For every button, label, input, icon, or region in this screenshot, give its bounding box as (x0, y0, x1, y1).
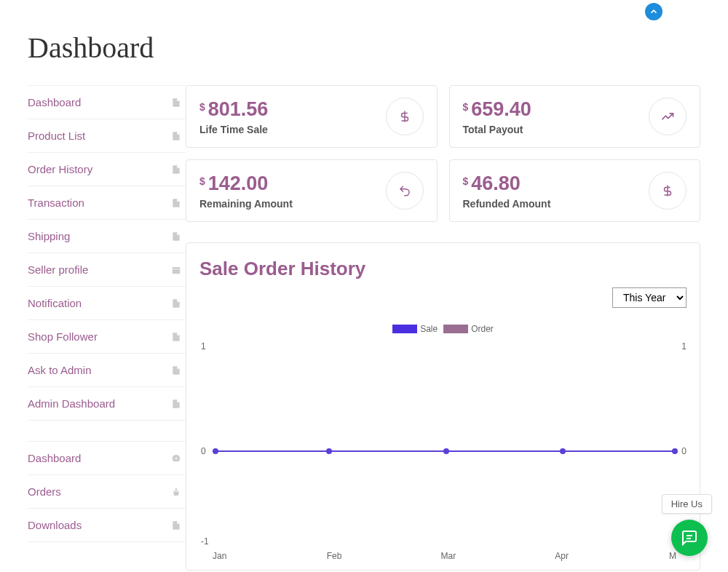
chat-button[interactable] (671, 520, 708, 556)
sidebar-item-label: Shipping (28, 230, 70, 242)
sidebar-item-downloads[interactable]: Downloads (28, 509, 186, 542)
sidebar-item-dashboard[interactable]: Dashboard (28, 86, 186, 119)
sidebar-item-label: Orders (28, 485, 61, 498)
chart-panel: Sale Order History This Year Sale Order … (186, 242, 700, 571)
file-icon (171, 164, 181, 175)
legend-label: Sale (420, 324, 438, 334)
y-tick-left: -1 (201, 536, 209, 547)
svg-rect-0 (173, 266, 181, 273)
page-title: Dashboard (28, 31, 728, 65)
sidebar-item-label: Ask to Admin (28, 364, 92, 376)
chart-range-select[interactable]: This Year (612, 287, 687, 308)
trend-up-icon (649, 98, 687, 135)
legend-swatch (392, 325, 417, 333)
chart-title: Sale Order History (199, 258, 687, 280)
y-tick-right: 1 (681, 341, 687, 351)
file-icon (171, 198, 181, 208)
sidebar-item-label: Admin Dashboard (28, 397, 115, 410)
legend-item-order: Order (443, 324, 494, 334)
chevron-up-icon (649, 7, 659, 17)
file-icon (171, 298, 181, 309)
stat-card-lifetime-sale: $801.56 Life Time Sale (186, 85, 438, 148)
sidebar-item-label: Notification (28, 297, 82, 309)
sidebar-item-admin-dashboard[interactable]: Admin Dashboard (28, 387, 186, 421)
chart-legend: Sale Order (199, 324, 687, 334)
y-tick-left: 0 (201, 446, 206, 456)
file-icon (171, 365, 181, 376)
sidebar-item-shipping[interactable]: Shipping (28, 220, 186, 253)
file-icon (171, 131, 181, 141)
stat-value: 659.40 (471, 98, 531, 121)
stat-card-remaining-amount: $142.00 Remaining Amount (186, 159, 438, 222)
y-tick-left: 1 (201, 341, 206, 351)
main-content: $801.56 Life Time Sale $659.40 Total Pay… (186, 85, 700, 571)
sidebar-item-label: Seller profile (28, 263, 88, 276)
svg-point-2 (175, 457, 177, 458)
dollar-icon (386, 98, 424, 135)
chart-x-axis: Jan Feb Mar Apr M (213, 551, 676, 561)
stat-card-total-payout: $659.40 Total Payout (449, 85, 701, 148)
y-tick-right: 0 (681, 446, 687, 456)
chart-data-point (443, 448, 449, 454)
stat-card-refunded-amount: $46.80 Refunded Amount (449, 159, 701, 222)
basket-icon (171, 487, 181, 497)
sidebar-item-ask-to-admin[interactable]: Ask to Admin (28, 354, 186, 387)
legend-item-sale: Sale (392, 324, 438, 334)
file-icon (171, 98, 181, 108)
stat-value: 142.00 (208, 172, 269, 195)
sidebar-group-account: Dashboard Orders Downloads (28, 441, 186, 542)
hire-us-button[interactable]: Hire Us (662, 494, 712, 514)
currency-symbol: $ (199, 101, 205, 113)
sidebar-item-label: Downloads (28, 519, 82, 531)
stat-label: Total Payout (463, 124, 531, 135)
sidebar-item-label: Product List (28, 130, 85, 142)
sidebar-item-label: Order History (28, 163, 92, 175)
stat-label: Refunded Amount (463, 198, 551, 210)
stat-label: Life Time Sale (199, 124, 268, 135)
sidebar-item-label: Transaction (28, 196, 84, 209)
chart-data-point (560, 448, 566, 454)
sidebar-item-label: Dashboard (28, 96, 81, 108)
currency-symbol: $ (199, 175, 205, 187)
sidebar-item-orders[interactable]: Orders (28, 475, 186, 509)
gauge-icon (171, 453, 181, 464)
legend-swatch (443, 325, 468, 333)
scroll-to-top-button[interactable] (645, 3, 662, 20)
file-icon (171, 332, 181, 342)
sidebar: Dashboard Product List Order History Tra… (28, 85, 186, 571)
undo-icon (386, 172, 424, 210)
sidebar-item-label: Dashboard (28, 452, 81, 464)
sidebar-item-notification[interactable]: Notification (28, 287, 186, 320)
stat-label: Remaining Amount (199, 198, 293, 210)
x-tick: Apr (555, 551, 669, 561)
x-tick: Mar (441, 551, 555, 561)
sidebar-group-seller: Dashboard Product List Order History Tra… (28, 85, 186, 421)
chart-data-point (213, 448, 218, 454)
sidebar-item-label: Shop Follower (28, 330, 98, 343)
currency-symbol: $ (463, 101, 469, 113)
file-icon (171, 399, 181, 409)
sidebar-item-product-list[interactable]: Product List (28, 119, 186, 153)
sidebar-item-seller-profile[interactable]: Seller profile (28, 253, 186, 287)
legend-label: Order (471, 324, 494, 334)
sidebar-item-account-dashboard[interactable]: Dashboard (28, 442, 186, 475)
sidebar-item-shop-follower[interactable]: Shop Follower (28, 320, 186, 354)
file-icon (171, 231, 181, 242)
x-tick: Jan (213, 551, 327, 561)
x-tick: M (669, 551, 676, 561)
chart-data-point (672, 448, 678, 454)
file-icon (171, 520, 181, 531)
sidebar-item-order-history[interactable]: Order History (28, 153, 186, 186)
x-tick: Feb (327, 551, 441, 561)
chart-data-point (326, 448, 332, 454)
sidebar-item-transaction[interactable]: Transaction (28, 186, 186, 220)
chat-icon (681, 529, 698, 547)
calendar-icon (171, 265, 181, 275)
chart-plot-area: 1 0 -1 1 0 -1 Jan Feb Mar Apr M (199, 338, 687, 557)
stat-value: 46.80 (471, 172, 521, 195)
stat-value: 801.56 (208, 98, 269, 121)
currency-symbol: $ (463, 175, 469, 187)
dollar-icon (649, 172, 687, 210)
